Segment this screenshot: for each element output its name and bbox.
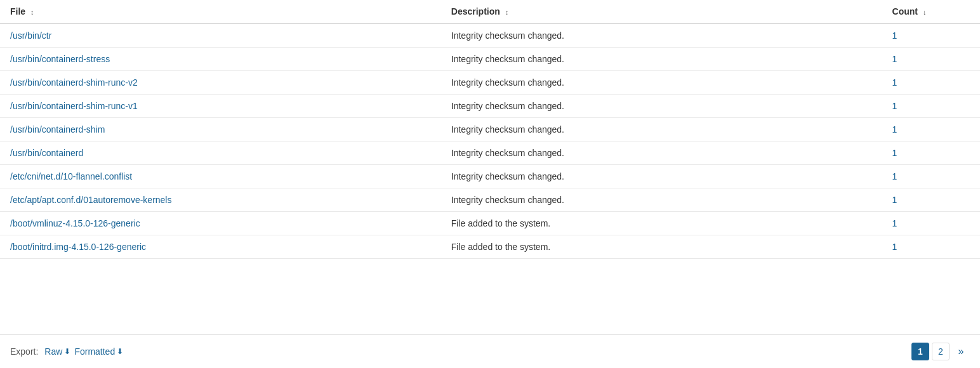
col-header-file[interactable]: File ↕: [0, 0, 441, 23]
export-formatted-label: Formatted: [74, 346, 115, 357]
cell-count: 1: [882, 95, 980, 118]
cell-file: /usr/bin/ctr: [0, 23, 441, 48]
file-link[interactable]: /boot/initrd.img-4.15.0-126-generic: [10, 242, 146, 252]
cell-description: Integrity checksum changed.: [441, 165, 882, 188]
file-link[interactable]: /etc/cni/net.d/10-flannel.conflist: [10, 171, 132, 181]
cell-file: /boot/vmlinuz-4.15.0-126-generic: [0, 212, 441, 235]
count-value: 1: [892, 124, 897, 135]
export-formatted-link[interactable]: Formatted ⬇: [74, 346, 123, 357]
file-link[interactable]: /usr/bin/ctr: [10, 30, 51, 41]
cell-file: /etc/cni/net.d/10-flannel.conflist: [0, 165, 441, 188]
col-header-description[interactable]: Description ↕: [441, 0, 882, 23]
cell-file: /usr/bin/containerd-shim-runc-v1: [0, 95, 441, 118]
table-row: /etc/apt/apt.conf.d/01autoremove-kernels…: [0, 188, 980, 212]
cell-description: Integrity checksum changed.: [441, 48, 882, 71]
cell-description: Integrity checksum changed.: [441, 23, 882, 48]
col-header-count-label: Count: [892, 6, 918, 16]
col-header-file-label: File: [10, 6, 25, 16]
table-row: /usr/bin/containerd-stressIntegrity chec…: [0, 48, 980, 71]
cell-file: /etc/apt/apt.conf.d/01autoremove-kernels: [0, 188, 441, 212]
page-next-link[interactable]: »: [952, 343, 970, 360]
cell-description: Integrity checksum changed.: [441, 141, 882, 165]
table-body: /usr/bin/ctrIntegrity checksum changed.1…: [0, 23, 980, 259]
table-container: File ↕ Description ↕ Count ↓ /usr/bin/ct…: [0, 0, 980, 334]
cell-count: 1: [882, 71, 980, 95]
cell-file: /usr/bin/containerd-stress: [0, 48, 441, 71]
export-raw-link[interactable]: Raw ⬇: [44, 346, 70, 357]
file-link[interactable]: /usr/bin/containerd-stress: [10, 54, 110, 64]
cell-count: 1: [882, 165, 980, 188]
file-sort-icon: ↕: [30, 8, 34, 16]
table-row: /usr/bin/containerd-shim-runc-v1Integrit…: [0, 95, 980, 118]
count-value: 1: [892, 30, 897, 41]
pagination: 1 2 »: [911, 343, 970, 360]
export-section: Export: Raw ⬇ Formatted ⬇: [10, 346, 123, 357]
count-value: 1: [892, 54, 897, 64]
cell-count: 1: [882, 23, 980, 48]
cell-count: 1: [882, 235, 980, 259]
cell-count: 1: [882, 212, 980, 235]
count-value: 1: [892, 171, 897, 181]
col-header-count[interactable]: Count ↓: [882, 0, 980, 23]
formatted-download-icon: ⬇: [117, 347, 123, 356]
count-value: 1: [892, 77, 897, 88]
cell-file: /usr/bin/containerd-shim: [0, 118, 441, 141]
cell-count: 1: [882, 118, 980, 141]
count-value: 1: [892, 242, 897, 252]
cell-file: /usr/bin/containerd-shim-runc-v2: [0, 71, 441, 95]
file-link[interactable]: /boot/vmlinuz-4.15.0-126-generic: [10, 218, 140, 228]
header-row: File ↕ Description ↕ Count ↓: [0, 0, 980, 23]
table-row: /etc/cni/net.d/10-flannel.conflistIntegr…: [0, 165, 980, 188]
cell-file: /boot/initrd.img-4.15.0-126-generic: [0, 235, 441, 259]
cell-description: Integrity checksum changed.: [441, 188, 882, 212]
table-row: /boot/initrd.img-4.15.0-126-genericFile …: [0, 235, 980, 259]
footer-bar: Export: Raw ⬇ Formatted ⬇ 1 2 »: [0, 334, 980, 368]
table-row: /usr/bin/containerdIntegrity checksum ch…: [0, 141, 980, 165]
page-wrapper: File ↕ Description ↕ Count ↓ /usr/bin/ct…: [0, 0, 980, 368]
cell-count: 1: [882, 188, 980, 212]
description-sort-icon: ↕: [505, 8, 509, 16]
cell-description: Integrity checksum changed.: [441, 118, 882, 141]
page-link-1[interactable]: 1: [911, 343, 929, 360]
file-link[interactable]: /usr/bin/containerd-shim-runc-v2: [10, 77, 138, 88]
count-sort-icon: ↓: [923, 8, 927, 16]
table-row: /usr/bin/ctrIntegrity checksum changed.1: [0, 23, 980, 48]
count-value: 1: [892, 195, 897, 205]
cell-description: File added to the system.: [441, 212, 882, 235]
file-link[interactable]: /usr/bin/containerd: [10, 148, 83, 158]
cell-description: File added to the system.: [441, 235, 882, 259]
cell-count: 1: [882, 141, 980, 165]
table-row: /boot/vmlinuz-4.15.0-126-genericFile add…: [0, 212, 980, 235]
cell-description: Integrity checksum changed.: [441, 95, 882, 118]
file-link[interactable]: /usr/bin/containerd-shim-runc-v1: [10, 101, 138, 111]
file-link[interactable]: /etc/apt/apt.conf.d/01autoremove-kernels: [10, 195, 171, 205]
data-table: File ↕ Description ↕ Count ↓ /usr/bin/ct…: [0, 0, 980, 259]
count-value: 1: [892, 218, 897, 228]
col-header-description-label: Description: [451, 6, 500, 16]
count-value: 1: [892, 101, 897, 111]
cell-description: Integrity checksum changed.: [441, 71, 882, 95]
cell-file: /usr/bin/containerd: [0, 141, 441, 165]
cell-count: 1: [882, 48, 980, 71]
table-row: /usr/bin/containerd-shim-runc-v2Integrit…: [0, 71, 980, 95]
table-row: /usr/bin/containerd-shimIntegrity checks…: [0, 118, 980, 141]
raw-download-icon: ⬇: [64, 347, 70, 356]
file-link[interactable]: /usr/bin/containerd-shim: [10, 124, 105, 135]
export-raw-label: Raw: [44, 346, 62, 357]
page-link-2[interactable]: 2: [932, 343, 950, 360]
table-header: File ↕ Description ↕ Count ↓: [0, 0, 980, 23]
export-label: Export:: [10, 346, 38, 357]
count-value: 1: [892, 148, 897, 158]
